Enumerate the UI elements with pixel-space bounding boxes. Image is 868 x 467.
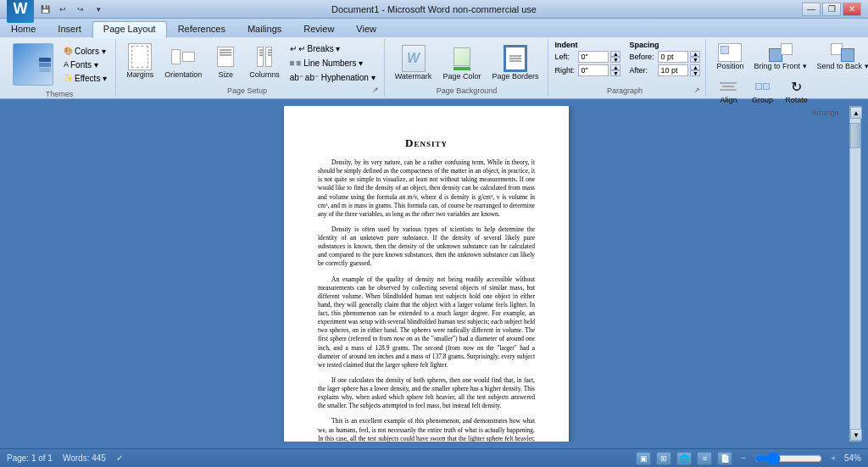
word-app-icon: W: [7, 0, 34, 23]
undo-quick-button[interactable]: ↩: [55, 3, 70, 16]
scroll-down-arrow[interactable]: ▼: [850, 429, 862, 441]
breaks-button[interactable]: ↵ ↵ Breaks ▾: [287, 42, 379, 55]
columns-label: Columns: [249, 70, 280, 79]
check-icon: ✓: [116, 453, 123, 463]
sendtoback-button[interactable]: Send to Back ▾: [813, 41, 868, 73]
draft-view-button[interactable]: 📄: [717, 452, 732, 465]
indent-right-spin: ▲ ▼: [610, 64, 620, 76]
zoom-slider[interactable]: [754, 453, 822, 464]
btf-front: [781, 43, 793, 55]
pagesetup-group: Margins Orientation: [117, 39, 385, 97]
indent-left-input[interactable]: [578, 51, 609, 63]
rotate-button[interactable]: ↻ Rotate: [780, 75, 812, 107]
pageborders-button[interactable]: Page Borders: [487, 42, 542, 83]
sendtoback-label: Send to Back ▾: [817, 62, 868, 70]
spacing-section: Spacing Before: ▲ ▼ After:: [629, 41, 700, 76]
tab-pagelayout[interactable]: Page Layout: [92, 21, 167, 38]
orient-portrait: [171, 49, 180, 64]
c1l1: [259, 49, 263, 51]
watermark-button[interactable]: W Watermark: [391, 42, 437, 83]
spacing-after-down[interactable]: ▼: [690, 70, 700, 76]
position-button[interactable]: Position: [712, 41, 748, 73]
document-page[interactable]: Density Density, by its very nature, can…: [284, 106, 569, 442]
align-icon: [716, 77, 740, 96]
columns-button[interactable]: Columns: [245, 41, 284, 81]
full-reading-button[interactable]: ⊞: [656, 452, 671, 465]
indent-left-up[interactable]: ▲: [610, 51, 620, 57]
spacing-before-down[interactable]: ▼: [690, 57, 700, 63]
c1l2: [259, 52, 263, 53]
fonts-label: Fonts ▾: [70, 60, 98, 69]
zoom-plus[interactable]: +: [831, 453, 836, 463]
pagesetup-dialog-launcher[interactable]: ↗: [372, 86, 379, 94]
margins-button[interactable]: Margins: [122, 41, 158, 81]
effects-button[interactable]: ✨ Effects ▾: [60, 72, 110, 85]
print-view-button[interactable]: ▣: [636, 452, 651, 465]
scroll-up-arrow[interactable]: ▲: [850, 107, 862, 119]
close-button[interactable]: ✕: [843, 3, 861, 16]
spacing-before-up[interactable]: ▲: [690, 51, 700, 57]
save-quick-button[interactable]: 💾: [37, 3, 53, 16]
spacing-before-input[interactable]: [658, 51, 688, 63]
before-label: Before:: [629, 53, 656, 61]
linenumbers-button[interactable]: ≡ ≡ Line Numbers ▾: [287, 57, 379, 69]
themes-group: 🎨 Colors ▾ A Fonts ▾ ✨ Effects ▾ Themes: [3, 39, 116, 97]
bringtofront-button[interactable]: Bring to Front ▾: [749, 41, 810, 73]
colors-button[interactable]: 🎨 Colors ▾: [60, 45, 110, 58]
document-area: Density Density, by its very nature, can…: [0, 99, 868, 448]
align-l2: [722, 86, 734, 87]
hyphenation-button[interactable]: ab⁻ ab⁻ Hyphenation ▾: [287, 71, 379, 84]
size-line1: [220, 49, 231, 51]
orientation-button[interactable]: Orientation: [160, 41, 206, 81]
tab-home[interactable]: Home: [0, 21, 47, 37]
hyphenation-label: ab⁻ Hyphenation ▾: [305, 73, 376, 82]
minimize-button[interactable]: —: [802, 3, 821, 16]
themes-button[interactable]: [8, 41, 58, 88]
col1: [257, 47, 264, 67]
themes-icon-bar2: [39, 63, 51, 67]
indent-left-down[interactable]: ▼: [610, 57, 620, 63]
tab-insert[interactable]: Insert: [47, 21, 92, 37]
vertical-scrollbar[interactable]: ▲ ▼: [849, 106, 861, 442]
paragraph-dialog-launcher[interactable]: ↗: [694, 86, 700, 94]
bringtofront-icon: [769, 43, 793, 62]
redo-quick-button[interactable]: ↪: [73, 3, 88, 16]
pagecolor-button[interactable]: Page Color: [438, 42, 485, 83]
web-view-button[interactable]: 🌐: [676, 452, 692, 465]
spacing-after-up[interactable]: ▲: [690, 64, 700, 70]
size-button[interactable]: Size: [209, 41, 242, 81]
quick-access-toolbar: 💾 ↩ ↪ ▾: [37, 3, 106, 16]
fonts-button[interactable]: A Fonts ▾: [60, 58, 110, 71]
indent-spacing-row: Indent Left: ▲ ▼ Right:: [554, 41, 700, 76]
sendtoback-icon: [831, 43, 854, 62]
indent-right-down[interactable]: ▼: [610, 70, 620, 76]
paragraph-2: Density is often used by various types o…: [318, 225, 535, 269]
scroll-thumb[interactable]: [850, 123, 860, 148]
group-button[interactable]: Group: [746, 75, 778, 107]
pageborders-icon: [504, 45, 527, 72]
size-icon-paper: [217, 47, 234, 67]
spell-check-status: ✓: [116, 453, 123, 463]
scroll-track[interactable]: [850, 119, 860, 429]
size-icon: [214, 43, 237, 70]
indent-right-input[interactable]: [578, 64, 609, 76]
align-button[interactable]: Align: [712, 75, 744, 107]
restore-button[interactable]: ❐: [822, 3, 841, 16]
tab-references[interactable]: References: [167, 21, 236, 37]
quick-access-dropdown[interactable]: ▾: [91, 3, 106, 16]
pagesetup-large-btns: Margins Orientation: [122, 41, 284, 81]
indent-right-up[interactable]: ▲: [610, 64, 620, 70]
arrange-row2: Align Group ↻ Rotate: [712, 75, 812, 107]
pagesetup-footer: Page Setup ↗: [122, 85, 379, 95]
tab-review[interactable]: Review: [292, 21, 345, 37]
themes-group-content: 🎨 Colors ▾ A Fonts ▾ ✨ Effects ▾: [8, 41, 110, 88]
page-status: Page: 1 of 1: [7, 453, 53, 463]
document-title: Density: [318, 136, 535, 150]
group-icon: [750, 77, 774, 96]
tab-view[interactable]: View: [345, 21, 387, 37]
title-bar: W 💾 ↩ ↪ ▾ Document1 - Microsoft Word non…: [0, 0, 868, 19]
spacing-after-input[interactable]: [658, 64, 688, 76]
tab-mailings[interactable]: Mailings: [236, 21, 292, 37]
outline-view-button[interactable]: ≡: [697, 452, 712, 465]
zoom-minus[interactable]: −: [741, 453, 746, 463]
